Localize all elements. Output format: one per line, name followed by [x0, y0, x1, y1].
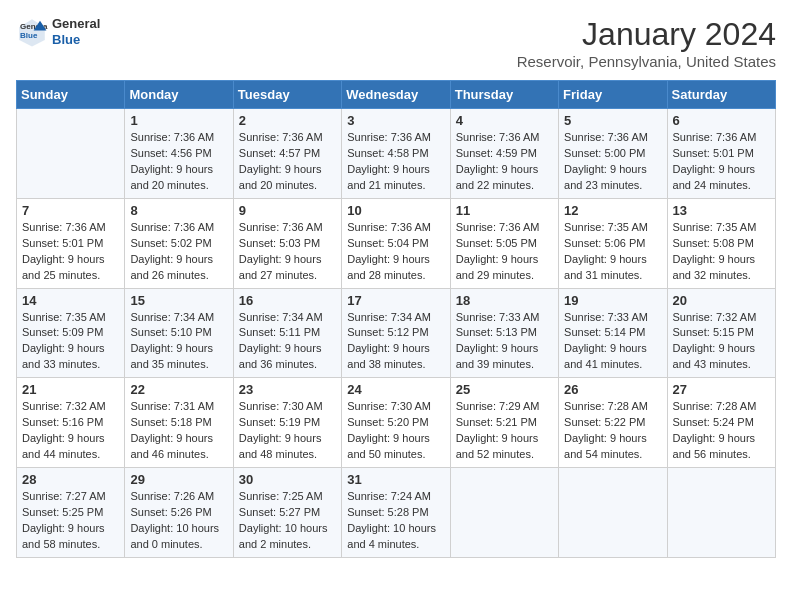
day-cell — [667, 468, 775, 558]
day-cell: 24Sunrise: 7:30 AMSunset: 5:20 PMDayligh… — [342, 378, 450, 468]
day-cell: 27Sunrise: 7:28 AMSunset: 5:24 PMDayligh… — [667, 378, 775, 468]
day-number: 5 — [564, 113, 661, 128]
day-info: Sunrise: 7:26 AMSunset: 5:26 PMDaylight:… — [130, 489, 227, 553]
day-info: Sunrise: 7:36 AMSunset: 4:56 PMDaylight:… — [130, 130, 227, 194]
day-info: Sunrise: 7:36 AMSunset: 5:01 PMDaylight:… — [22, 220, 119, 284]
day-cell: 26Sunrise: 7:28 AMSunset: 5:22 PMDayligh… — [559, 378, 667, 468]
day-number: 21 — [22, 382, 119, 397]
day-cell: 3Sunrise: 7:36 AMSunset: 4:58 PMDaylight… — [342, 109, 450, 199]
logo: General Blue General Blue — [16, 16, 100, 48]
day-number: 2 — [239, 113, 336, 128]
day-cell: 15Sunrise: 7:34 AMSunset: 5:10 PMDayligh… — [125, 288, 233, 378]
day-number: 8 — [130, 203, 227, 218]
day-info: Sunrise: 7:34 AMSunset: 5:11 PMDaylight:… — [239, 310, 336, 374]
day-cell: 1Sunrise: 7:36 AMSunset: 4:56 PMDaylight… — [125, 109, 233, 199]
day-cell: 17Sunrise: 7:34 AMSunset: 5:12 PMDayligh… — [342, 288, 450, 378]
day-cell — [17, 109, 125, 199]
month-title: January 2024 — [517, 16, 776, 53]
day-info: Sunrise: 7:28 AMSunset: 5:22 PMDaylight:… — [564, 399, 661, 463]
day-number: 7 — [22, 203, 119, 218]
day-cell: 8Sunrise: 7:36 AMSunset: 5:02 PMDaylight… — [125, 198, 233, 288]
day-cell — [559, 468, 667, 558]
day-number: 26 — [564, 382, 661, 397]
day-number: 30 — [239, 472, 336, 487]
day-number: 13 — [673, 203, 770, 218]
day-info: Sunrise: 7:30 AMSunset: 5:19 PMDaylight:… — [239, 399, 336, 463]
calendar-table: SundayMondayTuesdayWednesdayThursdayFrid… — [16, 80, 776, 558]
day-cell: 23Sunrise: 7:30 AMSunset: 5:19 PMDayligh… — [233, 378, 341, 468]
day-number: 17 — [347, 293, 444, 308]
day-number: 29 — [130, 472, 227, 487]
day-number: 1 — [130, 113, 227, 128]
day-info: Sunrise: 7:35 AMSunset: 5:09 PMDaylight:… — [22, 310, 119, 374]
day-info: Sunrise: 7:33 AMSunset: 5:13 PMDaylight:… — [456, 310, 553, 374]
day-number: 15 — [130, 293, 227, 308]
day-cell: 5Sunrise: 7:36 AMSunset: 5:00 PMDaylight… — [559, 109, 667, 199]
page-header: General Blue General Blue January 2024 R… — [16, 16, 776, 70]
day-number: 24 — [347, 382, 444, 397]
week-row-1: 1Sunrise: 7:36 AMSunset: 4:56 PMDaylight… — [17, 109, 776, 199]
day-info: Sunrise: 7:34 AMSunset: 5:12 PMDaylight:… — [347, 310, 444, 374]
day-info: Sunrise: 7:32 AMSunset: 5:15 PMDaylight:… — [673, 310, 770, 374]
day-cell: 14Sunrise: 7:35 AMSunset: 5:09 PMDayligh… — [17, 288, 125, 378]
day-cell: 9Sunrise: 7:36 AMSunset: 5:03 PMDaylight… — [233, 198, 341, 288]
day-cell: 31Sunrise: 7:24 AMSunset: 5:28 PMDayligh… — [342, 468, 450, 558]
day-cell: 30Sunrise: 7:25 AMSunset: 5:27 PMDayligh… — [233, 468, 341, 558]
day-number: 14 — [22, 293, 119, 308]
day-number: 3 — [347, 113, 444, 128]
day-number: 22 — [130, 382, 227, 397]
logo-general: General — [52, 16, 100, 32]
day-info: Sunrise: 7:32 AMSunset: 5:16 PMDaylight:… — [22, 399, 119, 463]
week-row-3: 14Sunrise: 7:35 AMSunset: 5:09 PMDayligh… — [17, 288, 776, 378]
day-cell: 2Sunrise: 7:36 AMSunset: 4:57 PMDaylight… — [233, 109, 341, 199]
day-info: Sunrise: 7:36 AMSunset: 5:04 PMDaylight:… — [347, 220, 444, 284]
day-cell: 29Sunrise: 7:26 AMSunset: 5:26 PMDayligh… — [125, 468, 233, 558]
day-number: 9 — [239, 203, 336, 218]
day-info: Sunrise: 7:31 AMSunset: 5:18 PMDaylight:… — [130, 399, 227, 463]
day-number: 16 — [239, 293, 336, 308]
day-number: 20 — [673, 293, 770, 308]
day-info: Sunrise: 7:28 AMSunset: 5:24 PMDaylight:… — [673, 399, 770, 463]
day-cell: 11Sunrise: 7:36 AMSunset: 5:05 PMDayligh… — [450, 198, 558, 288]
day-cell: 4Sunrise: 7:36 AMSunset: 4:59 PMDaylight… — [450, 109, 558, 199]
day-number: 28 — [22, 472, 119, 487]
col-header-wednesday: Wednesday — [342, 81, 450, 109]
day-info: Sunrise: 7:36 AMSunset: 5:03 PMDaylight:… — [239, 220, 336, 284]
day-cell: 6Sunrise: 7:36 AMSunset: 5:01 PMDaylight… — [667, 109, 775, 199]
location: Reservoir, Pennsylvania, United States — [517, 53, 776, 70]
day-info: Sunrise: 7:35 AMSunset: 5:08 PMDaylight:… — [673, 220, 770, 284]
day-info: Sunrise: 7:25 AMSunset: 5:27 PMDaylight:… — [239, 489, 336, 553]
header-row: SundayMondayTuesdayWednesdayThursdayFrid… — [17, 81, 776, 109]
day-cell: 28Sunrise: 7:27 AMSunset: 5:25 PMDayligh… — [17, 468, 125, 558]
col-header-tuesday: Tuesday — [233, 81, 341, 109]
day-info: Sunrise: 7:30 AMSunset: 5:20 PMDaylight:… — [347, 399, 444, 463]
day-info: Sunrise: 7:29 AMSunset: 5:21 PMDaylight:… — [456, 399, 553, 463]
col-header-thursday: Thursday — [450, 81, 558, 109]
day-number: 4 — [456, 113, 553, 128]
logo-blue: Blue — [52, 32, 100, 48]
day-number: 6 — [673, 113, 770, 128]
day-number: 19 — [564, 293, 661, 308]
day-info: Sunrise: 7:36 AMSunset: 5:02 PMDaylight:… — [130, 220, 227, 284]
col-header-friday: Friday — [559, 81, 667, 109]
day-number: 23 — [239, 382, 336, 397]
day-info: Sunrise: 7:34 AMSunset: 5:10 PMDaylight:… — [130, 310, 227, 374]
day-info: Sunrise: 7:35 AMSunset: 5:06 PMDaylight:… — [564, 220, 661, 284]
day-number: 27 — [673, 382, 770, 397]
day-info: Sunrise: 7:27 AMSunset: 5:25 PMDaylight:… — [22, 489, 119, 553]
day-cell: 21Sunrise: 7:32 AMSunset: 5:16 PMDayligh… — [17, 378, 125, 468]
day-info: Sunrise: 7:36 AMSunset: 4:58 PMDaylight:… — [347, 130, 444, 194]
day-info: Sunrise: 7:24 AMSunset: 5:28 PMDaylight:… — [347, 489, 444, 553]
logo-icon: General Blue — [16, 16, 48, 48]
day-cell: 20Sunrise: 7:32 AMSunset: 5:15 PMDayligh… — [667, 288, 775, 378]
day-number: 11 — [456, 203, 553, 218]
day-info: Sunrise: 7:33 AMSunset: 5:14 PMDaylight:… — [564, 310, 661, 374]
day-cell: 7Sunrise: 7:36 AMSunset: 5:01 PMDaylight… — [17, 198, 125, 288]
day-number: 10 — [347, 203, 444, 218]
day-cell: 16Sunrise: 7:34 AMSunset: 5:11 PMDayligh… — [233, 288, 341, 378]
col-header-sunday: Sunday — [17, 81, 125, 109]
week-row-2: 7Sunrise: 7:36 AMSunset: 5:01 PMDaylight… — [17, 198, 776, 288]
day-info: Sunrise: 7:36 AMSunset: 4:59 PMDaylight:… — [456, 130, 553, 194]
day-cell: 10Sunrise: 7:36 AMSunset: 5:04 PMDayligh… — [342, 198, 450, 288]
day-info: Sunrise: 7:36 AMSunset: 4:57 PMDaylight:… — [239, 130, 336, 194]
